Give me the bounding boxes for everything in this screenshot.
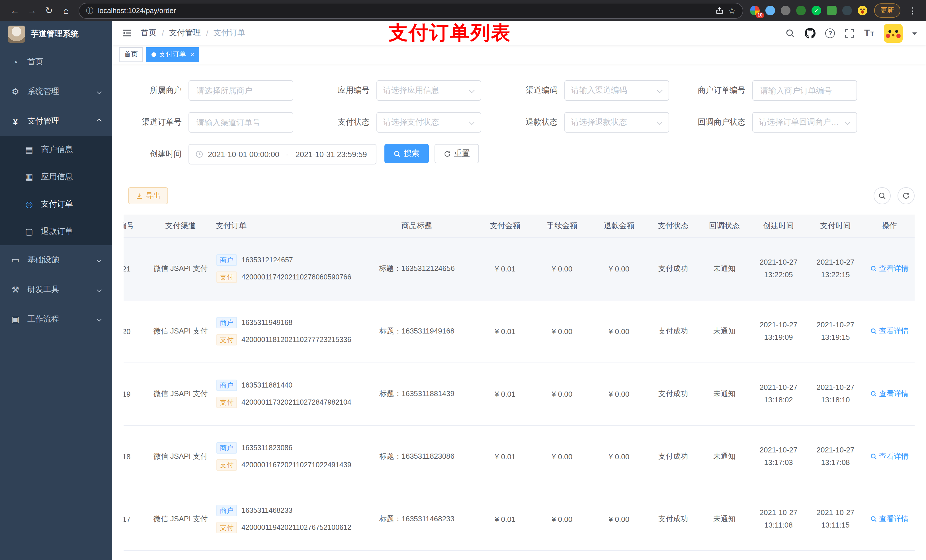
sidebar-item-app-info[interactable]: ▦ 应用信息 xyxy=(0,163,112,191)
site-info-icon[interactable]: ⓘ xyxy=(86,5,94,16)
channel-order-no: 4200001181202110277723215336 xyxy=(242,336,351,344)
view-detail-link[interactable]: 查看详情 xyxy=(870,451,909,462)
pay-amount: ¥ 0.01 xyxy=(477,488,534,550)
sidebar-item-home[interactable]: ◔ 首页 xyxy=(0,47,112,77)
date-range-end[interactable]: 2021-10-31 23:59:59 xyxy=(295,150,367,158)
logo[interactable]: 芋道管理系统 xyxy=(0,21,112,47)
merchant-tag: 商户 xyxy=(216,442,237,454)
pay-channel: 微信 JSAPI 支付 xyxy=(152,300,209,362)
extension-icon-5[interactable]: ✓ xyxy=(811,6,821,15)
create-time: 2021-10-2713:11:08 xyxy=(750,507,806,531)
merchant-filter-input-field[interactable] xyxy=(195,85,286,96)
font-size-icon[interactable]: T T xyxy=(864,28,874,38)
extension-icon-1[interactable]: 10 xyxy=(750,6,760,15)
merchant-tag: 商户 xyxy=(216,254,237,266)
filter-label: 渠道订单号 xyxy=(128,117,189,127)
chevron-down-icon xyxy=(97,287,101,292)
browser-menu-icon[interactable]: ⋮ xyxy=(906,5,919,16)
browser-reload-icon[interactable]: ↻ xyxy=(41,3,57,18)
channel-order-no: 4200001167202110271022491439 xyxy=(242,461,351,469)
browser-forward-icon[interactable]: → xyxy=(24,3,40,18)
sidebar-item-pay-order[interactable]: ◎ 支付订单 xyxy=(0,191,112,218)
col-channel: 支付渠道 xyxy=(152,214,209,237)
sidebar-item-system[interactable]: ⚙ 系统管理 xyxy=(0,77,112,106)
sidebar-item-refund-order[interactable]: ▢ 退款订单 xyxy=(0,218,112,245)
col-fee: 手续金额 xyxy=(534,214,590,237)
extension-icon-6[interactable] xyxy=(827,6,837,15)
merchant-order-no-filter-input[interactable] xyxy=(752,80,857,101)
tab-pay-order[interactable]: 支付订单 × xyxy=(146,47,199,62)
view-detail-link[interactable]: 查看详情 xyxy=(870,326,909,337)
create-time: 2021-10-2713:18:02 xyxy=(750,381,806,406)
close-icon[interactable]: × xyxy=(190,50,194,58)
pay-amount: ¥ 0.01 xyxy=(477,237,534,300)
date-range-separator: - xyxy=(284,150,291,158)
bookmark-star-icon[interactable]: ☆ xyxy=(728,5,736,16)
pay-time: 2021-10-2713:17:08 xyxy=(808,444,863,469)
pay-tag: 支付 xyxy=(216,459,237,471)
sidebar-item-workflow[interactable]: ▣ 工作流程 xyxy=(0,305,112,334)
sidebar-item-dev-tools[interactable]: ⚒ 研发工具 xyxy=(0,275,112,305)
search-button[interactable]: 搜索 xyxy=(384,144,429,163)
create-time: 2021-10-2713:19:09 xyxy=(750,319,806,344)
view-detail-link[interactable]: 查看详情 xyxy=(870,389,909,399)
order-id: 18 xyxy=(124,425,152,488)
fee-amount: ¥ 0.00 xyxy=(534,488,590,550)
grid-icon: ▦ xyxy=(24,172,34,182)
sidebar-item-merchant-info[interactable]: ▤ 商户信息 xyxy=(0,136,112,163)
toggle-search-icon[interactable] xyxy=(874,187,891,204)
col-pay-time: 支付时间 xyxy=(807,214,864,237)
view-detail-link[interactable]: 查看详情 xyxy=(870,514,909,524)
extension-icon-3[interactable] xyxy=(781,6,790,15)
chevron-down-icon xyxy=(97,89,101,94)
channel-order-no-filter-input[interactable] xyxy=(189,112,293,133)
search-icon[interactable] xyxy=(785,28,795,38)
reset-button[interactable]: 重置 xyxy=(434,144,479,163)
pay-status-filter-select[interactable]: 请选择支付状态 xyxy=(377,112,481,133)
url-text[interactable]: localhost:1024/pay/order xyxy=(98,6,710,15)
browser-update-button[interactable]: 更新 xyxy=(874,3,900,18)
address-bar[interactable]: ⓘ localhost:1024/pay/order ☆ xyxy=(79,3,743,18)
user-avatar[interactable] xyxy=(884,24,903,42)
browser-home-icon[interactable]: ⌂ xyxy=(58,3,74,18)
help-icon[interactable]: ? xyxy=(826,28,835,38)
refresh-table-icon[interactable] xyxy=(897,187,915,204)
browser-back-icon[interactable]: ← xyxy=(7,3,23,18)
sidebar-menu: ◔ 首页 ⚙ 系统管理 ¥ 支付管理 ▤ 商户信息 ▦ 应用信息 xyxy=(0,47,112,334)
pay-channel: 微信 JSAPI 支付 xyxy=(152,425,209,488)
col-id: 编号 xyxy=(124,214,152,237)
refund-amount: ¥ 0.00 xyxy=(590,300,648,362)
github-icon[interactable] xyxy=(805,27,816,38)
tab-home[interactable]: 首页 xyxy=(119,47,143,62)
extension-icon-4[interactable] xyxy=(796,6,806,15)
extension-icon-8[interactable] xyxy=(858,6,867,15)
chevron-down-icon xyxy=(97,317,101,322)
channel-order-no-input-field[interactable] xyxy=(195,117,286,127)
fullscreen-icon[interactable] xyxy=(845,28,855,38)
sidebar-item-infrastructure[interactable]: ▭ 基础设施 xyxy=(0,245,112,275)
avatar-dropdown-caret-icon[interactable] xyxy=(912,32,917,37)
notify-status-filter-select[interactable]: 请选择订单回调商户状态 xyxy=(752,112,857,133)
merchant-order-no-input-field[interactable] xyxy=(759,85,850,96)
app-no-filter-select[interactable]: 请选择应用信息 xyxy=(377,80,481,101)
channel-code-filter-select[interactable]: 请输入渠道编码 xyxy=(564,80,669,101)
product-title: 标题：1635311881439 xyxy=(357,362,477,425)
create-time-range-picker[interactable]: 2021-10-01 00:00:00 - 2021-10-31 23:59:5… xyxy=(189,144,377,165)
merchant-order-no: 1635311468233 xyxy=(242,507,292,515)
view-detail-link[interactable]: 查看详情 xyxy=(870,264,909,274)
merchant-filter-input[interactable] xyxy=(189,80,293,101)
refund-status-filter-select[interactable]: 请选择退款状态 xyxy=(564,112,669,133)
screen: ← → ↻ ⌂ ⓘ localhost:1024/pay/order ☆ 10 … xyxy=(0,0,926,560)
breadcrumb-pay-manage[interactable]: 支付管理 xyxy=(169,28,201,38)
breadcrumb-home[interactable]: 首页 xyxy=(141,28,157,38)
logo-avatar xyxy=(8,26,25,43)
sidebar-fold-icon[interactable] xyxy=(121,27,133,39)
extension-icon-7[interactable] xyxy=(842,6,852,15)
product-title: 标题：1635311468233 xyxy=(357,488,477,550)
active-tab-dot xyxy=(151,52,156,57)
date-range-start[interactable]: 2021-10-01 00:00:00 xyxy=(208,150,279,158)
export-button[interactable]: 导出 xyxy=(128,187,168,204)
sidebar-item-payment[interactable]: ¥ 支付管理 xyxy=(0,106,112,136)
extension-icon-2[interactable] xyxy=(766,6,775,15)
share-icon[interactable] xyxy=(715,6,723,15)
